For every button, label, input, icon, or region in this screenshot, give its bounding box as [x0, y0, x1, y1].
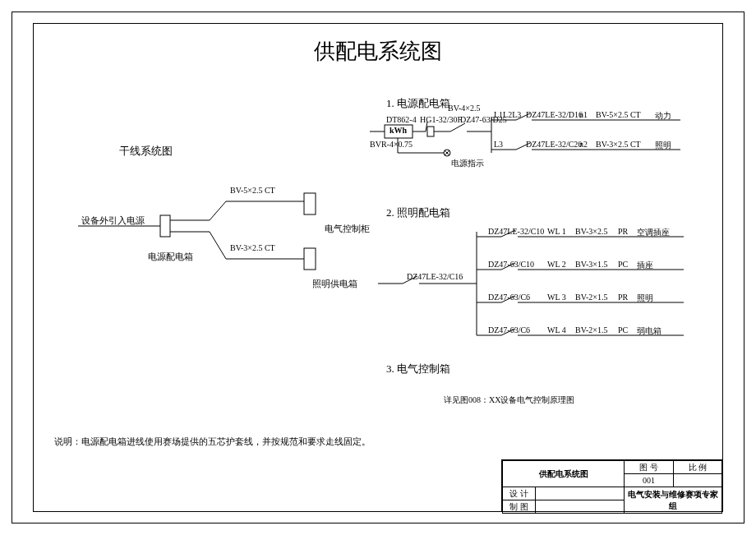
row-sw: DZ47LE-32/C10 [488, 227, 544, 236]
tb-col-scale: 比 例 [673, 461, 721, 474]
row-wire: BV-3×2.5 [575, 227, 607, 236]
tb-no: 001 [625, 474, 673, 487]
dist-box-label: 电源配电箱 [148, 251, 193, 263]
row-sw: DZ47-63/C10 [488, 260, 534, 269]
out1-n: n1 [579, 110, 588, 119]
svg-line-3 [210, 201, 226, 220]
row-via: PC [618, 325, 628, 334]
svg-rect-14 [427, 127, 434, 136]
out1-wire: BV-5×2.5 CT [596, 110, 641, 119]
row-wire: BV-2×1.5 [575, 293, 607, 302]
row-via: PC [618, 260, 628, 269]
svg-line-7 [210, 232, 226, 259]
indicator-label: 电源指示 [451, 158, 484, 169]
svg-rect-5 [304, 193, 316, 214]
fuse-label: HG1-32/30F [420, 115, 462, 124]
row-name: 插座 [637, 260, 653, 271]
row-wl: WL 2 [547, 260, 566, 269]
box3-title: 3. 电气控制箱 [386, 362, 450, 376]
tb-team: 电气安装与维修赛项专家组 [625, 487, 722, 514]
out2-sw: DZ47LE-32/C20 [526, 140, 582, 149]
row-wire: BV-2×1.5 [575, 325, 607, 334]
bus-bot: L3 [494, 140, 503, 149]
bus-top: L1L2L3 [494, 110, 521, 119]
row-wire: BV-3×1.5 [575, 260, 607, 269]
box2-title: 2. 照明配电箱 [386, 205, 450, 220]
row-name: 空调插座 [637, 227, 670, 238]
out1-name: 动力 [655, 110, 671, 122]
meter-model: DT862-4 [386, 115, 417, 124]
wire-top: BV-4×2.5 [448, 104, 480, 113]
box2-mainsw: DZ47LE-32/C16 [407, 272, 463, 281]
row-wl: WL 3 [547, 293, 566, 302]
row-sw: DZ47-63/C6 [488, 325, 530, 334]
row-via: PR [618, 293, 628, 302]
title-block: 供配电系统图 图 号 比 例 001 设 计 电气安装与维修赛项专家组 制 图 [501, 459, 723, 512]
note: 说明：电源配电箱进线使用赛场提供的五芯护套线，并按规范和要求走线固定。 [54, 436, 371, 448]
cabinet-label: 电气控制柜 [325, 223, 370, 235]
box3-note: 详见图008：XX设备电气控制原理图 [444, 394, 574, 406]
row-via: PR [618, 227, 628, 236]
tb-name: 供配电系统图 [503, 461, 625, 487]
out2-name: 照明 [655, 140, 671, 151]
svg-rect-1 [160, 215, 170, 237]
ext-power-label: 设备外引入电源 [81, 214, 145, 227]
trunk-svg [78, 189, 349, 288]
tb-col-no: 图 号 [625, 461, 673, 474]
diagram-title: 供配电系统图 [0, 37, 756, 66]
out2-wire: BV-3×2.5 CT [596, 140, 641, 149]
row-sw: DZ47-63/C6 [488, 293, 530, 302]
bvr-wire: BVR-4×0.75 [370, 140, 413, 149]
trunk-title: 干线系统图 [119, 144, 173, 159]
meter-label: kWh [390, 126, 407, 135]
svg-line-16 [450, 123, 465, 131]
tb-scale [673, 474, 721, 487]
trunk-wire2: BV-3×2.5 CT [230, 243, 275, 252]
tb-draft: 制 图 [503, 500, 536, 514]
out1-sw: DZ47LE-32/D16 [526, 110, 583, 119]
lightbox-label: 照明供电箱 [312, 278, 357, 290]
trunk-wire1: BV-5×2.5 CT [230, 186, 275, 195]
tb-design: 设 计 [503, 487, 536, 500]
out2-n: n2 [579, 140, 588, 149]
row-wl: WL 4 [547, 325, 566, 334]
svg-rect-9 [304, 248, 316, 270]
row-name: 照明 [637, 293, 653, 304]
row-name: 弱电箱 [637, 325, 662, 337]
row-wl: WL 1 [547, 227, 566, 236]
